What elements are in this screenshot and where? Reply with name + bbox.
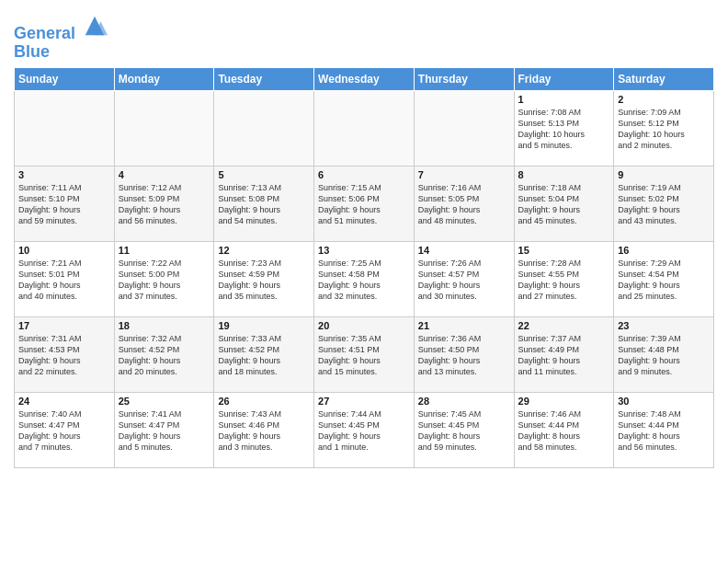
- day-info: Sunrise: 7:46 AM Sunset: 4:44 PM Dayligh…: [518, 408, 610, 454]
- day-cell: 18Sunrise: 7:32 AM Sunset: 4:52 PM Dayli…: [114, 316, 214, 392]
- day-info: Sunrise: 7:22 AM Sunset: 5:00 PM Dayligh…: [119, 258, 210, 303]
- day-number: 8: [518, 169, 610, 180]
- day-info: Sunrise: 7:19 AM Sunset: 5:02 PM Dayligh…: [618, 182, 710, 227]
- day-cell: 30Sunrise: 7:48 AM Sunset: 4:44 PM Dayli…: [614, 392, 714, 467]
- day-info: Sunrise: 7:43 AM Sunset: 4:46 PM Dayligh…: [218, 408, 310, 454]
- day-number: 28: [418, 396, 510, 407]
- day-number: 19: [218, 320, 310, 331]
- day-cell: 10Sunrise: 7:21 AM Sunset: 5:01 PM Dayli…: [15, 241, 115, 316]
- day-cell: 4Sunrise: 7:12 AM Sunset: 5:09 PM Daylig…: [114, 166, 214, 241]
- day-cell: 27Sunrise: 7:44 AM Sunset: 4:45 PM Dayli…: [314, 392, 415, 467]
- day-info: Sunrise: 7:37 AM Sunset: 4:49 PM Dayligh…: [518, 333, 610, 378]
- day-info: Sunrise: 7:18 AM Sunset: 5:04 PM Dayligh…: [518, 182, 610, 227]
- week-row-5: 24Sunrise: 7:40 AM Sunset: 4:47 PM Dayli…: [15, 392, 714, 467]
- day-number: 24: [18, 396, 110, 407]
- day-cell: 11Sunrise: 7:22 AM Sunset: 5:00 PM Dayli…: [114, 241, 214, 316]
- logo-text-blue: Blue: [14, 43, 108, 62]
- day-info: Sunrise: 7:44 AM Sunset: 4:45 PM Dayligh…: [318, 408, 410, 454]
- day-info: Sunrise: 7:39 AM Sunset: 4:48 PM Dayligh…: [618, 333, 710, 378]
- day-cell: 7Sunrise: 7:16 AM Sunset: 5:05 PM Daylig…: [414, 166, 514, 241]
- day-number: 9: [618, 169, 710, 180]
- day-number: 6: [318, 169, 410, 180]
- day-cell: 28Sunrise: 7:45 AM Sunset: 4:45 PM Dayli…: [414, 392, 514, 467]
- day-cell: 29Sunrise: 7:46 AM Sunset: 4:44 PM Dayli…: [514, 392, 614, 467]
- day-cell: 8Sunrise: 7:18 AM Sunset: 5:04 PM Daylig…: [514, 166, 614, 241]
- page-container: General Blue SundayMondayTuesdayWednesda…: [0, 0, 728, 477]
- day-info: Sunrise: 7:29 AM Sunset: 4:54 PM Dayligh…: [618, 258, 710, 303]
- day-info: Sunrise: 7:13 AM Sunset: 5:08 PM Dayligh…: [218, 182, 310, 227]
- day-number: 2: [618, 94, 710, 105]
- day-cell: 25Sunrise: 7:41 AM Sunset: 4:47 PM Dayli…: [114, 392, 214, 467]
- day-info: Sunrise: 7:45 AM Sunset: 4:45 PM Dayligh…: [418, 408, 510, 454]
- day-info: Sunrise: 7:12 AM Sunset: 5:09 PM Dayligh…: [119, 182, 210, 227]
- header-cell-wednesday: Wednesday: [314, 67, 415, 90]
- day-number: 7: [418, 169, 510, 180]
- day-info: Sunrise: 7:26 AM Sunset: 4:57 PM Dayligh…: [418, 258, 510, 303]
- day-number: 27: [318, 396, 410, 407]
- day-cell: [314, 90, 415, 166]
- day-info: Sunrise: 7:21 AM Sunset: 5:01 PM Dayligh…: [18, 258, 110, 303]
- calendar-header-row: SundayMondayTuesdayWednesdayThursdayFrid…: [15, 67, 714, 90]
- day-cell: [15, 90, 115, 166]
- day-cell: [114, 90, 214, 166]
- day-cell: 1Sunrise: 7:08 AM Sunset: 5:13 PM Daylig…: [514, 90, 614, 166]
- day-number: 21: [418, 320, 510, 331]
- week-row-1: 1Sunrise: 7:08 AM Sunset: 5:13 PM Daylig…: [15, 90, 714, 166]
- day-cell: [414, 90, 514, 166]
- day-cell: 17Sunrise: 7:31 AM Sunset: 4:53 PM Dayli…: [15, 316, 115, 392]
- day-number: 15: [518, 245, 610, 256]
- day-info: Sunrise: 7:23 AM Sunset: 4:59 PM Dayligh…: [218, 258, 310, 303]
- day-cell: 15Sunrise: 7:28 AM Sunset: 4:55 PM Dayli…: [514, 241, 614, 316]
- day-cell: [214, 90, 314, 166]
- day-cell: 2Sunrise: 7:09 AM Sunset: 5:12 PM Daylig…: [614, 90, 714, 166]
- logo-text: General: [14, 13, 108, 43]
- header-cell-thursday: Thursday: [414, 67, 514, 90]
- day-number: 13: [318, 245, 410, 256]
- day-number: 18: [119, 320, 210, 331]
- day-cell: 22Sunrise: 7:37 AM Sunset: 4:49 PM Dayli…: [514, 316, 614, 392]
- day-info: Sunrise: 7:33 AM Sunset: 4:52 PM Dayligh…: [218, 333, 310, 378]
- day-number: 3: [18, 169, 110, 180]
- day-info: Sunrise: 7:32 AM Sunset: 4:52 PM Dayligh…: [119, 333, 210, 378]
- day-info: Sunrise: 7:40 AM Sunset: 4:47 PM Dayligh…: [18, 408, 110, 454]
- day-number: 17: [18, 320, 110, 331]
- day-number: 22: [518, 320, 610, 331]
- day-info: Sunrise: 7:36 AM Sunset: 4:50 PM Dayligh…: [418, 333, 510, 378]
- page-header: General Blue: [14, 9, 714, 62]
- day-number: 16: [618, 245, 710, 256]
- day-cell: 16Sunrise: 7:29 AM Sunset: 4:54 PM Dayli…: [614, 241, 714, 316]
- header-cell-sunday: Sunday: [15, 67, 115, 90]
- day-info: Sunrise: 7:15 AM Sunset: 5:06 PM Dayligh…: [318, 182, 410, 227]
- day-number: 12: [218, 245, 310, 256]
- calendar-body: 1Sunrise: 7:08 AM Sunset: 5:13 PM Daylig…: [15, 90, 714, 467]
- day-number: 14: [418, 245, 510, 256]
- day-info: Sunrise: 7:28 AM Sunset: 4:55 PM Dayligh…: [518, 258, 610, 303]
- week-row-2: 3Sunrise: 7:11 AM Sunset: 5:10 PM Daylig…: [15, 166, 714, 241]
- day-info: Sunrise: 7:41 AM Sunset: 4:47 PM Dayligh…: [119, 408, 210, 454]
- day-cell: 13Sunrise: 7:25 AM Sunset: 4:58 PM Dayli…: [314, 241, 415, 316]
- day-number: 20: [318, 320, 410, 331]
- day-info: Sunrise: 7:11 AM Sunset: 5:10 PM Dayligh…: [18, 182, 110, 227]
- day-cell: 23Sunrise: 7:39 AM Sunset: 4:48 PM Dayli…: [614, 316, 714, 392]
- day-number: 4: [119, 169, 210, 180]
- day-cell: 14Sunrise: 7:26 AM Sunset: 4:57 PM Dayli…: [414, 241, 514, 316]
- day-cell: 9Sunrise: 7:19 AM Sunset: 5:02 PM Daylig…: [614, 166, 714, 241]
- day-info: Sunrise: 7:09 AM Sunset: 5:12 PM Dayligh…: [618, 107, 710, 152]
- header-cell-monday: Monday: [114, 67, 214, 90]
- day-number: 30: [618, 396, 710, 407]
- header-cell-tuesday: Tuesday: [214, 67, 314, 90]
- calendar-table: SundayMondayTuesdayWednesdayThursdayFrid…: [14, 67, 714, 468]
- day-cell: 24Sunrise: 7:40 AM Sunset: 4:47 PM Dayli…: [15, 392, 115, 467]
- day-number: 11: [119, 245, 210, 256]
- day-cell: 19Sunrise: 7:33 AM Sunset: 4:52 PM Dayli…: [214, 316, 314, 392]
- header-cell-friday: Friday: [514, 67, 614, 90]
- day-info: Sunrise: 7:31 AM Sunset: 4:53 PM Dayligh…: [18, 333, 110, 378]
- day-number: 29: [518, 396, 610, 407]
- day-cell: 26Sunrise: 7:43 AM Sunset: 4:46 PM Dayli…: [214, 392, 314, 467]
- day-info: Sunrise: 7:08 AM Sunset: 5:13 PM Dayligh…: [518, 107, 610, 152]
- day-number: 23: [618, 320, 710, 331]
- day-number: 5: [218, 169, 310, 180]
- logo: General Blue: [14, 13, 108, 62]
- week-row-4: 17Sunrise: 7:31 AM Sunset: 4:53 PM Dayli…: [15, 316, 714, 392]
- day-number: 1: [518, 94, 610, 105]
